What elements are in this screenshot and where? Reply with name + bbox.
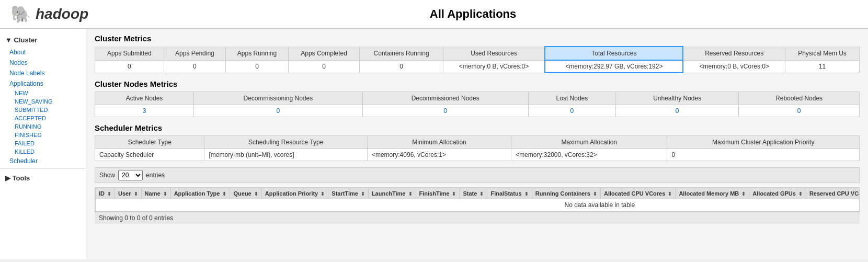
cluster-metrics-table: Apps SubmittedApps PendingApps RunningAp… [95,46,860,73]
tools-label: Tools [13,174,30,182]
app-col-11[interactable]: Running Containers ⇕ [532,188,600,199]
nodes-col-5: Rebooted Nodes [739,92,860,105]
tools-arrow-icon: ▶ [5,174,10,182]
scheduler-val-2: <memory:4096, vCores:1> [367,149,511,161]
scheduler-metrics-table: Scheduler TypeScheduling Resource TypeMi… [95,135,860,161]
scheduler-val-1: [memory-mb (unit=Mi), vcores] [204,149,367,161]
scheduler-col-2: Minimum Allocation [367,136,511,149]
nodes-col-0: Active Nodes [95,92,194,105]
sidebar-item-running[interactable]: RUNNING [0,122,86,131]
sidebar-item-about[interactable]: About [0,47,86,58]
nodes-val-link-4[interactable]: 0 [676,107,679,115]
cluster-nodes-table: Active NodesDecommissioning NodesDecommi… [95,92,860,117]
cluster-metrics-val-8: 11 [785,60,860,73]
app-col-14[interactable]: Allocated GPUs ⇕ [749,188,806,199]
entries-select[interactable]: 102050100 [118,170,143,180]
app-col-10[interactable]: FinalStatus ⇕ [487,188,532,199]
cluster-metrics-val-3: 0 [288,60,360,73]
elephant-icon: 🐘 [10,4,31,24]
applications-table: ID ⇕User ⇕Name ⇕Application Type ⇕Queue … [95,188,860,211]
scheduler-val-3: <memory:32000, vCores:32> [511,149,667,161]
nodes-val-5: 0 [739,105,860,117]
app-col-2[interactable]: Name ⇕ [141,188,170,199]
sort-icon-14: ⇕ [798,191,803,197]
nodes-val-link-5[interactable]: 0 [797,107,801,115]
app-col-1[interactable]: User ⇕ [115,188,142,199]
sort-icon-10: ⇕ [524,191,529,197]
scheduler-col-0: Scheduler Type [95,136,204,149]
sidebar-item-killed[interactable]: KILLED [0,147,86,156]
nodes-val-0: 3 [95,105,194,117]
app-col-7[interactable]: LaunchTime ⇕ [368,188,416,199]
sort-icon-7: ⇕ [408,191,413,197]
app-col-8[interactable]: FinishTime ⇕ [416,188,460,199]
app-col-0[interactable]: ID ⇕ [96,188,115,199]
cluster-metrics-title: Cluster Metrics [95,34,860,43]
sidebar-item-applications[interactable]: Applications [0,78,86,89]
show-entries-bar: Show 102050100 entries [95,167,860,183]
sidebar-item-submitted[interactable]: SUBMITTED [0,106,86,114]
nodes-col-2: Decommissioned Nodes [362,92,528,105]
scheduler-val-4: 0 [667,149,860,161]
nodes-val-link-2[interactable]: 0 [443,107,447,115]
cluster-metrics-col-5: Used Resources [443,47,545,60]
sidebar-item-failed[interactable]: FAILED [0,139,86,147]
cluster-metrics-col-0: Apps Submitted [95,47,164,60]
logo: 🐘 hadoop [10,4,88,24]
show-label: Show [99,172,115,179]
sort-icon-2: ⇕ [163,191,167,197]
sidebar-item-node-labels[interactable]: Node Labels [0,68,86,78]
cluster-section[interactable]: ▼ Cluster [0,33,86,47]
sort-icon-1: ⇕ [134,191,138,197]
nodes-val-4: 0 [616,105,739,117]
sort-icon-11: ⇕ [593,191,597,197]
sidebar-item-accepted[interactable]: ACCEPTED [0,114,86,122]
no-data-row: No data available in table [96,199,860,211]
entries-label: entries [146,172,165,179]
sidebar-item-nodes[interactable]: Nodes [0,58,86,68]
page-title: All Applications [88,7,858,21]
tools-section[interactable]: ▶ Tools [0,171,86,185]
cluster-metrics-col-4: Containers Running [360,47,443,60]
cluster-metrics-col-6: Total Resources [545,47,683,60]
header: 🐘 hadoop All Applications [0,0,868,29]
sidebar-divider [0,168,86,169]
cluster-metrics-val-6: <memory:292.97 GB, vCores:192> [545,60,683,73]
nodes-val-2: 0 [362,105,528,117]
cluster-metrics-col-1: Apps Pending [164,47,226,60]
sidebar-item-scheduler[interactable]: Scheduler [0,156,86,166]
sidebar-item-new[interactable]: NEW [0,89,86,97]
app-col-9[interactable]: State ⇕ [460,188,487,199]
cluster-metrics-val-1: 0 [164,60,226,73]
sidebar-item-finished[interactable]: FINISHED [0,131,86,139]
nodes-val-link-1[interactable]: 0 [277,107,280,115]
scheduler-col-1: Scheduling Resource Type [204,136,367,149]
nodes-val-link-0[interactable]: 3 [143,107,146,115]
app-col-4[interactable]: Queue ⇕ [230,188,261,199]
app-col-5[interactable]: Application Priority ⇕ [261,188,328,199]
cluster-metrics-col-7: Reserved Resources [683,47,785,60]
sort-icon-9: ⇕ [479,191,484,197]
app-col-15[interactable]: Reserved CPU VCores ⇕ [806,188,860,199]
sidebar: ▼ Cluster About Nodes Node Labels Applic… [0,29,86,259]
logo-text: hadoop [36,6,88,22]
main-content: Cluster Metrics Apps SubmittedApps Pendi… [86,29,868,259]
app-col-13[interactable]: Allocated Memory MB ⇕ [676,188,749,199]
cluster-metrics-col-3: Apps Completed [288,47,360,60]
cluster-arrow-icon: ▼ [5,36,12,44]
cluster-metrics-val-0: 0 [95,60,164,73]
sort-icon-4: ⇕ [254,191,258,197]
nodes-val-link-3[interactable]: 0 [570,107,574,115]
cluster-metrics-col-2: Apps Running [226,47,289,60]
cluster-metrics-val-2: 0 [226,60,289,73]
app-col-3[interactable]: Application Type ⇕ [170,188,230,199]
table-footer: Showing 0 to 0 of 0 entries [95,212,860,224]
app-col-12[interactable]: Allocated CPU VCores ⇕ [600,188,675,199]
app-col-6[interactable]: StartTime ⇕ [328,188,369,199]
nodes-col-1: Decommissioning Nodes [194,92,363,105]
sort-icon-12: ⇕ [668,191,672,197]
footer-text: Showing 0 to 0 of 0 entries [99,214,173,222]
sort-icon-13: ⇕ [741,191,746,197]
sidebar-item-new-saving[interactable]: NEW_SAVING [0,97,86,106]
nodes-val-3: 0 [528,105,615,117]
